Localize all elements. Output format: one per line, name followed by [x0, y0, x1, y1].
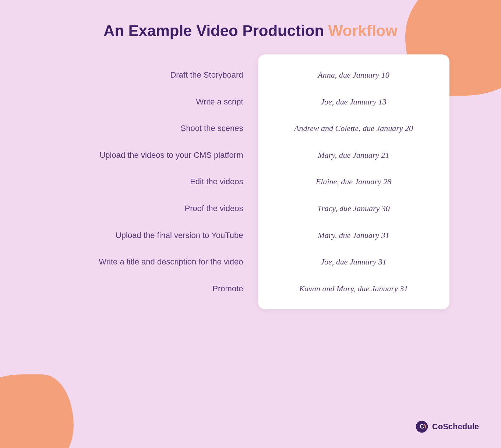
task-label-0: Draft the Storyboard — [52, 62, 243, 89]
detail-item-5: Tracy, due January 30 — [258, 195, 449, 222]
detail-item-3: Mary, due January 21 — [258, 142, 449, 169]
logo-area: C CoSchedule — [415, 420, 479, 433]
detail-item-7: Joe, due January 31 — [258, 249, 449, 275]
task-label-8: Promote — [52, 275, 243, 302]
page-title-text: An Example Video Production — [103, 22, 328, 39]
page-title-highlight: Workflow — [328, 22, 398, 39]
task-label-4: Edit the videos — [52, 168, 243, 195]
coschedule-logo-icon: C — [415, 420, 428, 433]
detail-item-8: Kavan and Mary, due January 31 — [258, 275, 449, 302]
detail-item-4: Elaine, due January 28 — [258, 168, 449, 195]
logo-text: CoSchedule — [432, 422, 479, 431]
task-label-2: Shoot the scenes — [52, 115, 243, 142]
detail-item-6: Mary, due January 31 — [258, 222, 449, 249]
svg-text:C: C — [420, 423, 424, 430]
page-title: An Example Video Production Workflow — [103, 22, 398, 40]
details-column: Anna, due January 10Joe, due January 13A… — [258, 54, 449, 309]
task-label-1: Write a script — [52, 89, 243, 115]
task-label-6: Upload the final version to YouTube — [52, 222, 243, 249]
detail-item-1: Joe, due January 13 — [258, 89, 449, 115]
decorative-blob-bottom-left — [0, 374, 74, 448]
content-area: Draft the StoryboardWrite a scriptShoot … — [52, 54, 449, 309]
tasks-column: Draft the StoryboardWrite a scriptShoot … — [52, 54, 258, 309]
task-label-3: Upload the videos to your CMS platform — [52, 142, 243, 169]
detail-item-0: Anna, due January 10 — [258, 62, 449, 89]
task-label-5: Proof the videos — [52, 195, 243, 222]
task-label-7: Write a title and description for the vi… — [52, 249, 243, 275]
detail-item-2: Andrew and Colette, due January 20 — [258, 115, 449, 142]
